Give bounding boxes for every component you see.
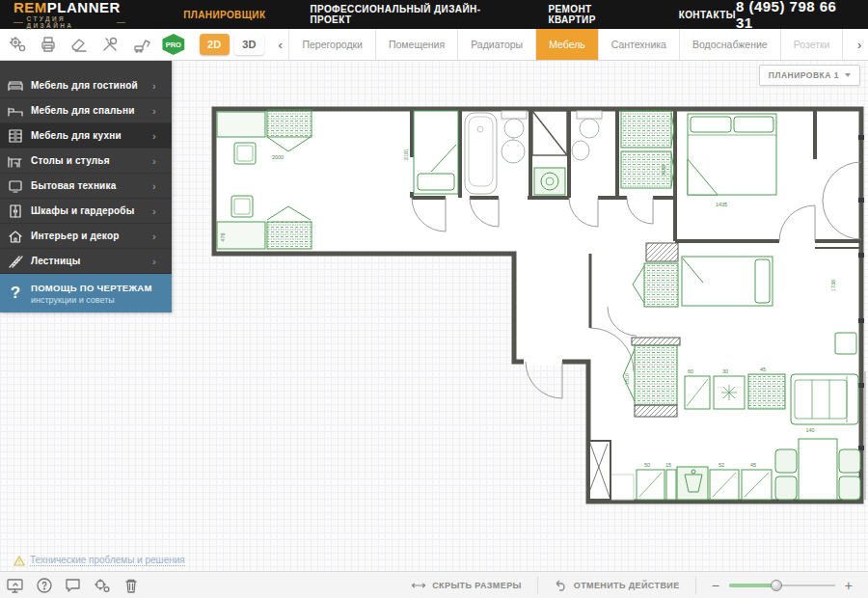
tab-plumbing[interactable]: Сантехника xyxy=(598,29,679,60)
nav-renovation[interactable]: РЕМОНТ КВАРТИР xyxy=(548,4,634,25)
svg-text:45: 45 xyxy=(750,462,756,468)
sofa-icon xyxy=(0,78,31,94)
chair[interactable] xyxy=(775,476,797,500)
tab-sockets[interactable]: Розетки xyxy=(780,29,844,60)
sidebar-item-appliances[interactable]: Бытовая техника› xyxy=(0,174,172,199)
tab-radiators[interactable]: Радиаторы xyxy=(457,29,535,60)
svg-text:1738: 1738 xyxy=(830,280,836,291)
stove[interactable] xyxy=(714,376,745,409)
nav-contacts[interactable]: КОНТАКТЫ xyxy=(679,10,736,20)
construction-icon[interactable] xyxy=(127,33,155,56)
svg-text:140: 140 xyxy=(805,427,814,433)
zoom-control: − + xyxy=(696,578,868,593)
desk[interactable] xyxy=(217,112,265,137)
kitchen-cabinet[interactable] xyxy=(637,470,665,500)
single-bed[interactable] xyxy=(414,111,458,194)
main-nav: ПЛАНИРОВЩИК ПРОФЕССИОНАЛЬНЫЙ ДИЗАЙН-ПРОЕ… xyxy=(183,4,736,25)
tools-icon[interactable] xyxy=(96,33,124,56)
zoom-out-button[interactable]: − xyxy=(712,578,719,593)
plan-selector[interactable]: ПЛАНИРОВКА 1 xyxy=(759,65,860,86)
sidebar-item-bedroom-furniture[interactable]: Мебель для спальни› xyxy=(0,98,172,123)
sidebar-help-item[interactable]: ? ПОМОЩЬ ПО ЧЕРТЕЖАМ инструкции и советы xyxy=(0,274,172,313)
kitchen-sink[interactable] xyxy=(677,467,708,500)
dimensions-icon xyxy=(411,581,426,590)
chat-icon[interactable] xyxy=(60,575,87,596)
settings-gears-icon[interactable] xyxy=(89,575,116,596)
side-table[interactable] xyxy=(835,333,856,354)
bed[interactable] xyxy=(682,257,773,306)
zoom-slider[interactable] xyxy=(729,580,835,591)
wardrobe[interactable] xyxy=(621,111,674,148)
sofa[interactable] xyxy=(791,374,858,424)
stairs-icon xyxy=(0,254,31,269)
sidebar-item-interior-decor[interactable]: Интерьер и декор› xyxy=(0,224,172,249)
dining-table[interactable] xyxy=(799,439,837,500)
washing-machine[interactable] xyxy=(534,168,565,195)
tall-cabinet[interactable] xyxy=(589,441,610,500)
tab-partitions[interactable]: Перегородки xyxy=(288,29,375,60)
svg-text:478: 478 xyxy=(220,232,226,241)
kitchen-cabinet[interactable] xyxy=(666,470,676,500)
chevron-down-icon xyxy=(845,73,851,77)
kitchen-cabinet-icon xyxy=(0,128,31,144)
tab-furniture[interactable]: Мебель xyxy=(535,29,598,60)
stool[interactable] xyxy=(231,196,253,217)
zoom-slider-thumb[interactable] xyxy=(771,580,782,591)
svg-text:1510: 1510 xyxy=(624,373,630,385)
house-icon xyxy=(0,229,31,244)
pro-badge[interactable]: PRO xyxy=(161,34,185,55)
help-circle-icon[interactable] xyxy=(31,575,58,596)
tab-rooms[interactable]: Помещения xyxy=(375,29,457,60)
category-tabs: Перегородки Помещения Радиаторы Мебель С… xyxy=(288,29,843,60)
sink[interactable] xyxy=(572,141,589,160)
catalog-sidebar: Мебель для гостиной› Мебель для спальни›… xyxy=(0,60,172,313)
bathtub[interactable] xyxy=(465,113,497,194)
sidebar-item-tables-chairs[interactable]: Столы и стулья› xyxy=(0,149,172,174)
svg-text:1435: 1435 xyxy=(716,202,727,207)
chair[interactable] xyxy=(839,476,860,500)
svg-text:3181: 3181 xyxy=(403,149,409,160)
eraser-icon[interactable] xyxy=(65,33,93,56)
kitchen-cabinet[interactable] xyxy=(610,475,634,500)
tab-water-supply[interactable]: Водоснабжение xyxy=(679,29,780,60)
tech-issues-link[interactable]: Технические проблемы и решения xyxy=(14,555,185,566)
double-bed[interactable] xyxy=(688,114,776,195)
logo-rem: REM xyxy=(14,0,47,15)
kitchen-cabinet[interactable] xyxy=(710,470,739,500)
bed-icon xyxy=(0,103,31,119)
presentation-icon[interactable] xyxy=(2,575,29,596)
nav-planner[interactable]: ПЛАНИРОВЩИК xyxy=(183,10,265,20)
help-subtitle: инструкции и советы xyxy=(31,295,152,305)
stool[interactable] xyxy=(234,143,256,164)
svg-text:15: 15 xyxy=(665,462,671,468)
zoom-in-button[interactable]: + xyxy=(845,578,853,593)
bottom-toolbar: СКРЫТЬ РАЗМЕРЫ ОТМЕНИТЬ ДЕЙСТВИЕ − + xyxy=(0,571,868,598)
settings-gears-icon[interactable] xyxy=(3,33,31,56)
trash-icon[interactable] xyxy=(118,575,145,596)
tabs-scroll-left[interactable]: ‹ xyxy=(272,38,289,52)
hide-dimensions-button[interactable]: СКРЫТЬ РАЗМЕРЫ xyxy=(395,572,537,598)
chair[interactable] xyxy=(775,449,797,473)
view-3d-button[interactable]: 3D xyxy=(234,34,264,55)
wardrobe-icon xyxy=(0,204,31,219)
undo-icon xyxy=(554,580,568,591)
chair[interactable] xyxy=(839,449,860,473)
sidebar-item-wardrobes[interactable]: Шкафы и гардеробы› xyxy=(0,199,172,224)
svg-text:45: 45 xyxy=(760,367,766,372)
print-icon[interactable] xyxy=(34,33,62,56)
sidebar-item-stairs[interactable]: Лестницы› xyxy=(0,249,172,274)
logo-subtitle: СТУДИЯ ДИЗАЙНА xyxy=(14,16,125,29)
cabinet[interactable] xyxy=(748,374,785,409)
kitchen-cabinet[interactable] xyxy=(742,470,772,500)
logo[interactable]: REMPLANNER СТУДИЯ ДИЗАЙНА xyxy=(14,0,125,29)
sidebar-item-kitchen-furniture[interactable]: Мебель для кухни› xyxy=(0,123,172,149)
sidebar-item-living-room-furniture[interactable]: Мебель для гостиной› xyxy=(0,73,172,98)
dishwasher[interactable] xyxy=(685,376,710,409)
tabs-scroll-right[interactable]: › xyxy=(851,38,868,52)
nav-design-project[interactable]: ПРОФЕССИОНАЛЬНЫЙ ДИЗАЙН-ПРОЕКТ xyxy=(310,4,503,25)
undo-button[interactable]: ОТМЕНИТЬ ДЕЙСТВИЕ xyxy=(538,572,695,598)
view-2d-button[interactable]: 2D xyxy=(200,34,230,55)
svg-text:60: 60 xyxy=(688,368,693,374)
logo-planner: PLANNER xyxy=(47,0,121,15)
phone-number: 8 (495) 798 66 31 xyxy=(736,0,853,31)
